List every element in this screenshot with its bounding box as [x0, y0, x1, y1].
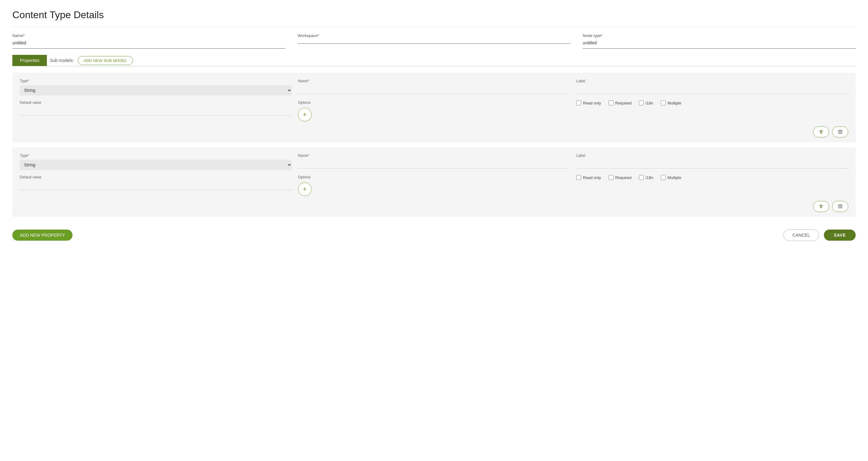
checkboxes-field-1: Read only Required i18n Multiple	[576, 100, 848, 122]
label-input-2[interactable]	[576, 160, 848, 169]
required-checkbox-1[interactable]: Required	[609, 100, 632, 105]
label-field-2: Label	[576, 154, 848, 170]
i18n-label-2: i18n	[646, 175, 653, 180]
nodetype-field-group: Node type* untitled	[583, 33, 856, 55]
readonly-checkbox-1[interactable]: Read only	[576, 100, 601, 105]
label-input-1[interactable]	[576, 85, 848, 94]
properties-list: Type* String Integer Boolean Date List N…	[12, 73, 856, 217]
i18n-input-2[interactable]	[639, 175, 644, 180]
i18n-checkbox-2[interactable]: i18n	[639, 175, 653, 180]
multiple-input-1[interactable]	[661, 100, 665, 105]
add-property-button[interactable]: ADD NEW PROPERTY	[12, 230, 72, 241]
name-value: untitled	[12, 39, 285, 46]
type-field-1: Type* String Integer Boolean Date List	[20, 79, 292, 96]
checkboxes-2: Read only Required i18n Multiple	[576, 175, 848, 180]
type-label-1: Type*	[20, 79, 292, 83]
multiple-label-1: Multiple	[668, 101, 681, 105]
readonly-label-2: Read only	[583, 175, 601, 180]
name-field-label-1: Name*	[298, 79, 570, 83]
svg-rect-0	[820, 131, 822, 133]
i18n-checkbox-1[interactable]: i18n	[639, 100, 653, 105]
property-row-bottom-2: Default value Options + Read only	[20, 175, 848, 196]
required-checkbox-2[interactable]: Required	[609, 175, 632, 180]
name-label: Name*	[12, 33, 285, 38]
readonly-checkbox-2[interactable]: Read only	[576, 175, 601, 180]
add-option-button-2[interactable]: +	[298, 183, 312, 196]
property-row-bottom-1: Default value Options + Read only	[20, 100, 848, 122]
move-up-icon-1	[818, 129, 824, 135]
property-row-top-2: Type* String Integer Boolean Date List N…	[20, 154, 848, 170]
readonly-input-1[interactable]	[576, 100, 581, 105]
type-select-1[interactable]: String Integer Boolean Date List	[20, 85, 292, 96]
type-label-2: Type*	[20, 154, 292, 158]
default-value-input-2[interactable]	[20, 181, 292, 190]
label-field-label-2: Label	[576, 154, 848, 158]
save-button[interactable]: SAVE	[824, 230, 856, 241]
label-field-label-1: Label	[576, 79, 848, 83]
property-card-1: Type* String Integer Boolean Date List N…	[12, 73, 856, 142]
options-field-2: Options +	[298, 175, 570, 196]
required-input-2[interactable]	[609, 175, 614, 180]
workspace-value	[298, 39, 571, 42]
options-label-2: Options	[298, 175, 570, 179]
content-type-details-page: Content Type Details Name* untitled Work…	[0, 0, 868, 253]
name-field-1: Name*	[298, 79, 570, 96]
page-title: Content Type Details	[12, 9, 856, 21]
type-select-2[interactable]: String Integer Boolean Date List	[20, 160, 292, 170]
type-field-2: Type* String Integer Boolean Date List	[20, 154, 292, 170]
workspace-label: Workspace*	[298, 33, 571, 38]
checkboxes-field-2: Read only Required i18n Multiple	[576, 175, 848, 196]
trash-icon-1	[837, 129, 843, 135]
sub-models-label: Sub models:	[50, 55, 74, 66]
required-input-1[interactable]	[609, 100, 614, 105]
options-label-1: Options	[298, 100, 570, 105]
default-value-field-2: Default value	[20, 175, 292, 196]
workspace-field-group: Workspace*	[298, 33, 583, 55]
required-label-2: Required	[615, 175, 632, 180]
svg-rect-3	[838, 205, 842, 208]
default-value-input-1[interactable]	[20, 107, 292, 116]
svg-rect-1	[838, 131, 842, 134]
required-label-1: Required	[615, 101, 632, 105]
delete-button-2[interactable]	[832, 201, 848, 212]
nodetype-label: Node type*	[583, 33, 856, 38]
name-input-1[interactable]	[298, 85, 570, 94]
multiple-checkbox-1[interactable]: Multiple	[661, 100, 681, 105]
card-actions-1	[20, 126, 848, 137]
move-up-button-1[interactable]	[813, 126, 829, 137]
tabs-bar: Properties Sub models: ADD NEW SUB MODEL	[12, 55, 856, 67]
delete-button-1[interactable]	[832, 126, 848, 137]
multiple-input-2[interactable]	[661, 175, 665, 180]
readonly-label-1: Read only	[583, 101, 601, 105]
multiple-label-2: Multiple	[668, 175, 681, 180]
header-fields: Name* untitled Workspace* Node type* unt…	[12, 33, 856, 55]
name-input-2[interactable]	[298, 160, 570, 169]
default-value-field-1: Default value	[20, 100, 292, 122]
name-field-2: Name*	[298, 154, 570, 170]
cancel-button[interactable]: CANCEL	[783, 229, 819, 241]
readonly-input-2[interactable]	[576, 175, 581, 180]
label-field-1: Label	[576, 79, 848, 96]
default-value-label-2: Default value	[20, 175, 292, 179]
property-card-2: Type* String Integer Boolean Date List N…	[12, 147, 856, 217]
bottom-actions: CANCEL SAVE	[783, 229, 856, 241]
add-sub-model-button[interactable]: ADD NEW SUB MODEL	[78, 56, 133, 65]
nodetype-value: untitled	[583, 39, 856, 46]
add-option-button-1[interactable]: +	[298, 108, 312, 122]
trash-icon-2	[837, 204, 843, 209]
name-field-group: Name* untitled	[12, 33, 298, 55]
move-up-icon-2	[818, 204, 824, 209]
svg-rect-2	[820, 206, 822, 208]
i18n-label-1: i18n	[646, 101, 653, 105]
card-actions-2	[20, 201, 848, 212]
move-up-button-2[interactable]	[813, 201, 829, 212]
default-value-label-1: Default value	[20, 100, 292, 105]
name-field-label-2: Name*	[298, 154, 570, 158]
bottom-bar: ADD NEW PROPERTY CANCEL SAVE	[12, 222, 856, 244]
tab-properties[interactable]: Properties	[12, 55, 47, 66]
checkboxes-1: Read only Required i18n Multiple	[576, 100, 848, 105]
i18n-input-1[interactable]	[639, 100, 644, 105]
property-row-top-1: Type* String Integer Boolean Date List N…	[20, 79, 848, 96]
options-field-1: Options +	[298, 100, 570, 122]
multiple-checkbox-2[interactable]: Multiple	[661, 175, 681, 180]
